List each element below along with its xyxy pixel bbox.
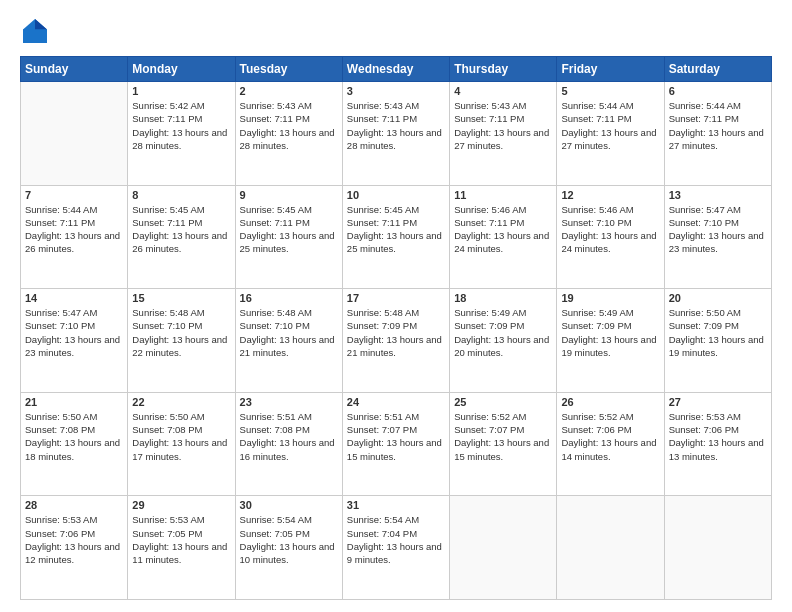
- sunrise-text: Sunrise: 5:42 AM: [132, 99, 230, 112]
- sunset-text: Sunset: 7:08 PM: [25, 423, 123, 436]
- sunset-text: Sunset: 7:06 PM: [25, 527, 123, 540]
- svg-marker-1: [35, 19, 47, 30]
- sunset-text: Sunset: 7:09 PM: [561, 319, 659, 332]
- sunrise-text: Sunrise: 5:49 AM: [454, 306, 552, 319]
- daylight-text: Daylight: 13 hours and 12 minutes.: [25, 540, 123, 567]
- sunrise-text: Sunrise: 5:47 AM: [669, 203, 767, 216]
- sunset-text: Sunset: 7:11 PM: [454, 112, 552, 125]
- daylight-text: Daylight: 13 hours and 17 minutes.: [132, 436, 230, 463]
- week-row-2: 7Sunrise: 5:44 AMSunset: 7:11 PMDaylight…: [21, 185, 772, 289]
- calendar-cell: 10Sunrise: 5:45 AMSunset: 7:11 PMDayligh…: [342, 185, 449, 289]
- sunrise-text: Sunrise: 5:46 AM: [561, 203, 659, 216]
- weekday-header-tuesday: Tuesday: [235, 57, 342, 82]
- calendar-cell: 12Sunrise: 5:46 AMSunset: 7:10 PMDayligh…: [557, 185, 664, 289]
- sunset-text: Sunset: 7:04 PM: [347, 527, 445, 540]
- daylight-text: Daylight: 13 hours and 15 minutes.: [347, 436, 445, 463]
- calendar-cell: 3Sunrise: 5:43 AMSunset: 7:11 PMDaylight…: [342, 82, 449, 186]
- sunset-text: Sunset: 7:06 PM: [669, 423, 767, 436]
- sunrise-text: Sunrise: 5:51 AM: [240, 410, 338, 423]
- logo: [20, 16, 54, 46]
- calendar-cell: 25Sunrise: 5:52 AMSunset: 7:07 PMDayligh…: [450, 392, 557, 496]
- daylight-text: Daylight: 13 hours and 20 minutes.: [454, 333, 552, 360]
- calendar-cell: 29Sunrise: 5:53 AMSunset: 7:05 PMDayligh…: [128, 496, 235, 600]
- calendar-cell: 17Sunrise: 5:48 AMSunset: 7:09 PMDayligh…: [342, 289, 449, 393]
- calendar-cell: 23Sunrise: 5:51 AMSunset: 7:08 PMDayligh…: [235, 392, 342, 496]
- day-number: 15: [132, 292, 230, 304]
- sunset-text: Sunset: 7:05 PM: [132, 527, 230, 540]
- daylight-text: Daylight: 13 hours and 28 minutes.: [240, 126, 338, 153]
- day-number: 25: [454, 396, 552, 408]
- calendar: SundayMondayTuesdayWednesdayThursdayFrid…: [20, 56, 772, 600]
- day-number: 17: [347, 292, 445, 304]
- sunrise-text: Sunrise: 5:50 AM: [25, 410, 123, 423]
- sunrise-text: Sunrise: 5:44 AM: [561, 99, 659, 112]
- daylight-text: Daylight: 13 hours and 22 minutes.: [132, 333, 230, 360]
- daylight-text: Daylight: 13 hours and 26 minutes.: [25, 229, 123, 256]
- day-number: 9: [240, 189, 338, 201]
- sunset-text: Sunset: 7:11 PM: [25, 216, 123, 229]
- day-number: 14: [25, 292, 123, 304]
- sunset-text: Sunset: 7:09 PM: [454, 319, 552, 332]
- day-number: 8: [132, 189, 230, 201]
- calendar-cell: 6Sunrise: 5:44 AMSunset: 7:11 PMDaylight…: [664, 82, 771, 186]
- sunrise-text: Sunrise: 5:44 AM: [25, 203, 123, 216]
- daylight-text: Daylight: 13 hours and 14 minutes.: [561, 436, 659, 463]
- sunrise-text: Sunrise: 5:52 AM: [454, 410, 552, 423]
- sunrise-text: Sunrise: 5:48 AM: [347, 306, 445, 319]
- week-row-4: 21Sunrise: 5:50 AMSunset: 7:08 PMDayligh…: [21, 392, 772, 496]
- sunrise-text: Sunrise: 5:50 AM: [132, 410, 230, 423]
- sunset-text: Sunset: 7:11 PM: [669, 112, 767, 125]
- daylight-text: Daylight: 13 hours and 21 minutes.: [240, 333, 338, 360]
- sunrise-text: Sunrise: 5:52 AM: [561, 410, 659, 423]
- calendar-cell: 26Sunrise: 5:52 AMSunset: 7:06 PMDayligh…: [557, 392, 664, 496]
- day-number: 12: [561, 189, 659, 201]
- day-number: 29: [132, 499, 230, 511]
- calendar-cell: 9Sunrise: 5:45 AMSunset: 7:11 PMDaylight…: [235, 185, 342, 289]
- sunrise-text: Sunrise: 5:54 AM: [347, 513, 445, 526]
- calendar-cell: 24Sunrise: 5:51 AMSunset: 7:07 PMDayligh…: [342, 392, 449, 496]
- calendar-cell: 11Sunrise: 5:46 AMSunset: 7:11 PMDayligh…: [450, 185, 557, 289]
- sunset-text: Sunset: 7:11 PM: [240, 216, 338, 229]
- calendar-cell: 16Sunrise: 5:48 AMSunset: 7:10 PMDayligh…: [235, 289, 342, 393]
- weekday-header-saturday: Saturday: [664, 57, 771, 82]
- header: [20, 16, 772, 46]
- day-number: 4: [454, 85, 552, 97]
- day-number: 11: [454, 189, 552, 201]
- daylight-text: Daylight: 13 hours and 23 minutes.: [669, 229, 767, 256]
- sunset-text: Sunset: 7:10 PM: [561, 216, 659, 229]
- sunrise-text: Sunrise: 5:53 AM: [669, 410, 767, 423]
- day-number: 3: [347, 85, 445, 97]
- weekday-header-sunday: Sunday: [21, 57, 128, 82]
- calendar-cell: 21Sunrise: 5:50 AMSunset: 7:08 PMDayligh…: [21, 392, 128, 496]
- sunrise-text: Sunrise: 5:51 AM: [347, 410, 445, 423]
- daylight-text: Daylight: 13 hours and 25 minutes.: [347, 229, 445, 256]
- calendar-cell: 4Sunrise: 5:43 AMSunset: 7:11 PMDaylight…: [450, 82, 557, 186]
- daylight-text: Daylight: 13 hours and 13 minutes.: [669, 436, 767, 463]
- sunrise-text: Sunrise: 5:45 AM: [132, 203, 230, 216]
- calendar-cell: 28Sunrise: 5:53 AMSunset: 7:06 PMDayligh…: [21, 496, 128, 600]
- calendar-cell: [21, 82, 128, 186]
- daylight-text: Daylight: 13 hours and 15 minutes.: [454, 436, 552, 463]
- calendar-cell: 2Sunrise: 5:43 AMSunset: 7:11 PMDaylight…: [235, 82, 342, 186]
- calendar-cell: 30Sunrise: 5:54 AMSunset: 7:05 PMDayligh…: [235, 496, 342, 600]
- sunset-text: Sunset: 7:10 PM: [132, 319, 230, 332]
- day-number: 13: [669, 189, 767, 201]
- weekday-header-friday: Friday: [557, 57, 664, 82]
- sunset-text: Sunset: 7:08 PM: [132, 423, 230, 436]
- sunset-text: Sunset: 7:10 PM: [669, 216, 767, 229]
- sunrise-text: Sunrise: 5:46 AM: [454, 203, 552, 216]
- weekday-header-thursday: Thursday: [450, 57, 557, 82]
- sunset-text: Sunset: 7:10 PM: [25, 319, 123, 332]
- daylight-text: Daylight: 13 hours and 25 minutes.: [240, 229, 338, 256]
- sunrise-text: Sunrise: 5:45 AM: [347, 203, 445, 216]
- day-number: 10: [347, 189, 445, 201]
- weekday-header-monday: Monday: [128, 57, 235, 82]
- sunset-text: Sunset: 7:11 PM: [347, 112, 445, 125]
- day-number: 31: [347, 499, 445, 511]
- week-row-3: 14Sunrise: 5:47 AMSunset: 7:10 PMDayligh…: [21, 289, 772, 393]
- calendar-cell: 13Sunrise: 5:47 AMSunset: 7:10 PMDayligh…: [664, 185, 771, 289]
- daylight-text: Daylight: 13 hours and 24 minutes.: [454, 229, 552, 256]
- calendar-cell: [664, 496, 771, 600]
- calendar-cell: 8Sunrise: 5:45 AMSunset: 7:11 PMDaylight…: [128, 185, 235, 289]
- daylight-text: Daylight: 13 hours and 27 minutes.: [454, 126, 552, 153]
